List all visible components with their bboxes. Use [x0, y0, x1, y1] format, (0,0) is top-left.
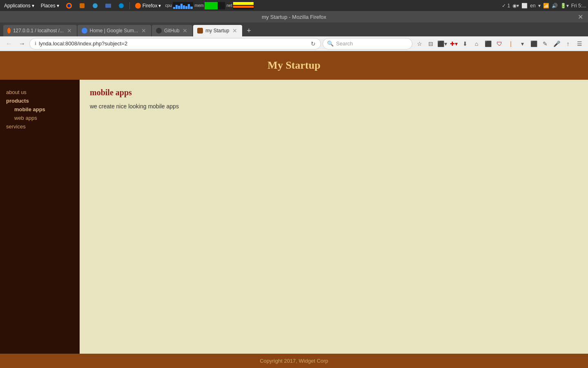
tab-close-1[interactable]: ✕ — [66, 27, 73, 34]
taskbar-icon-4[interactable] — [116, 2, 127, 10]
svg-rect-4 — [105, 4, 111, 8]
home-icon[interactable]: ⌂ — [471, 38, 482, 49]
mem-monitor: mem — [195, 2, 225, 9]
main-content: mobile apps we create nice looking mobil… — [80, 80, 588, 354]
browser-chrome: my Startup - Mozilla Firefox ✕ 127.0.0.1… — [0, 11, 588, 51]
sidebar-nav: about us products mobile apps web apps s… — [0, 80, 80, 354]
tab-label-1: 127.0.0.1 / localhost /... — [13, 28, 64, 34]
sidebar-item-web-apps[interactable]: web apps — [6, 114, 74, 122]
addon-icon-1[interactable]: ✚▾ — [448, 38, 459, 49]
nav-bar: ← → ℹ lynda.local:8008/index.php?subject… — [0, 36, 588, 51]
taskbar-applications[interactable]: Applications ▾ — [2, 2, 37, 9]
refresh-icon[interactable]: ↻ — [311, 40, 316, 47]
site-title: My Startup — [8, 59, 580, 72]
tabs-bar: 127.0.0.1 / localhost /... ✕ Home | Goog… — [0, 22, 588, 36]
firefox-btn-label: Firefox — [143, 3, 158, 9]
site-header: My Startup — [0, 51, 588, 80]
tray-time: Fri 5:... — [571, 3, 586, 9]
places-label: Places — [41, 3, 56, 9]
tray-power[interactable]: 🔋▾ — [560, 3, 569, 9]
cpu-graph — [173, 2, 193, 9]
taskbar-icon-3[interactable] — [102, 2, 114, 10]
forward-button[interactable]: → — [16, 38, 28, 49]
net-monitor: net — [227, 2, 254, 9]
tab-label-4: my Startup — [205, 28, 229, 34]
bookmark-star-icon[interactable]: ☆ — [414, 38, 425, 49]
net-label: net — [227, 3, 232, 8]
tray-wifi[interactable]: 📶 — [543, 3, 549, 9]
tab-favicon-3 — [156, 28, 162, 34]
taskbar-right: ✓ 1 ◉▾ ⬜ en ▾ 📶 🔊 🔋▾ Fri 5:... — [502, 3, 586, 9]
sidebar-item-mobile-apps[interactable]: mobile apps — [6, 105, 74, 114]
sidebar-item-services[interactable]: services — [6, 122, 74, 131]
svg-rect-2 — [80, 3, 85, 8]
taskbar-places[interactable]: Places ▾ — [38, 2, 62, 9]
tray-lang[interactable]: en — [530, 3, 535, 9]
tray-display[interactable]: ⬜ — [521, 3, 528, 9]
page-text: we create nice looking mobile apps — [90, 102, 578, 111]
tray-circle[interactable]: ◉▾ — [512, 3, 519, 9]
back-button[interactable]: ← — [3, 38, 15, 49]
menu-icon[interactable]: ☰ — [574, 38, 585, 49]
share-icon[interactable]: ↑ — [563, 38, 573, 49]
tray-checkmark[interactable]: ✓ 1 — [502, 3, 510, 9]
sidebar-item-products[interactable]: products — [6, 96, 74, 105]
sync-icon[interactable]: ⬛▾ — [437, 38, 448, 49]
search-bar[interactable]: 🔍 Search — [323, 38, 412, 49]
tab-favicon-4 — [197, 28, 203, 34]
download-icon[interactable]: ⬇ — [460, 38, 470, 49]
addon-icon-2[interactable]: | — [506, 38, 516, 49]
pocket-icon[interactable]: ⬛ — [483, 38, 493, 49]
mem-graph — [205, 2, 225, 9]
tab-close-3[interactable]: ✕ — [182, 27, 188, 34]
taskbar-icon-2[interactable] — [89, 2, 101, 10]
tab-close-4[interactable]: ✕ — [232, 27, 238, 34]
applications-arrow: ▾ — [32, 3, 34, 9]
svg-point-5 — [119, 3, 124, 8]
taskbar-firefox-btn[interactable]: Firefox ▾ — [132, 2, 164, 10]
tab-favicon-2 — [82, 28, 87, 34]
reading-icon[interactable]: ⊟ — [425, 38, 436, 49]
search-placeholder: Search — [336, 40, 353, 47]
browser-tab-1[interactable]: 127.0.0.1 / localhost /... ✕ — [3, 25, 77, 36]
address-text: lynda.local:8008/index.php?subject=2 — [39, 40, 308, 47]
tray-volume[interactable]: 🔊 — [552, 3, 558, 9]
mic-icon[interactable]: 🎤 — [551, 38, 562, 49]
window-close-button[interactable]: ✕ — [578, 13, 583, 21]
new-tab-button[interactable]: + — [243, 25, 254, 36]
browser-tab-4[interactable]: my Startup ✕ — [193, 25, 242, 36]
cpu-monitor: cpu — [165, 2, 193, 9]
firefox-svg-icon — [66, 2, 72, 9]
page-heading: mobile apps — [90, 88, 578, 97]
mem-label: mem — [195, 3, 204, 8]
net-graph — [233, 2, 254, 9]
tab-label-2: Home | Google Sum... — [90, 28, 138, 34]
tab-close-2[interactable]: ✕ — [140, 27, 147, 34]
taskbar-separator-1 — [129, 2, 130, 9]
dev-tools-icon[interactable]: ✎ — [540, 38, 550, 49]
tab-label-3: GitHub — [164, 28, 179, 34]
toolbar-icons: ☆ ⊟ ⬛▾ ✚▾ ⬇ ⌂ ⬛ 🛡 | ▾ ⬛ ✎ 🎤 ↑ ☰ — [414, 38, 585, 49]
address-bar[interactable]: ℹ lynda.local:8008/index.php?subject=2 ↻ — [29, 38, 321, 49]
site-body: about us products mobile apps web apps s… — [0, 80, 588, 354]
site-footer: Copyright 2017, Widget Corp — [0, 354, 588, 368]
ublock-icon[interactable]: 🛡 — [494, 38, 505, 49]
taskbar-firefox-icon[interactable] — [63, 2, 75, 10]
cpu-label: cpu — [165, 3, 172, 8]
addon-icon-4[interactable]: ⬛ — [528, 38, 539, 49]
website-container: My Startup about us products mobile apps… — [0, 51, 588, 368]
browser-tab-2[interactable]: Home | Google Sum... ✕ — [78, 25, 151, 36]
browser-tab-3[interactable]: GitHub ✕ — [152, 25, 192, 36]
addon-icon-3[interactable]: ▾ — [517, 38, 528, 49]
applications-label: Applications — [4, 3, 31, 9]
places-arrow: ▾ — [57, 3, 59, 9]
sidebar-item-about-us[interactable]: about us — [6, 88, 74, 96]
svg-point-6 — [135, 3, 141, 9]
search-icon: 🔍 — [327, 40, 334, 47]
footer-text: Copyright 2017, Widget Corp — [260, 358, 328, 364]
os-taskbar: Applications ▾ Places ▾ Firefox ▾ cpu — [0, 0, 588, 11]
tray-lang-arrow[interactable]: ▾ — [538, 3, 541, 9]
window-title: my Startup - Mozilla Firefox — [262, 14, 326, 20]
taskbar-icon-1[interactable] — [76, 2, 88, 10]
svg-point-3 — [93, 3, 98, 8]
